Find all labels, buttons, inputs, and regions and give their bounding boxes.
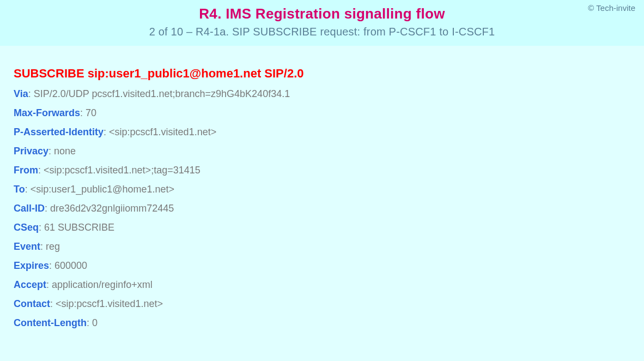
sip-header-separator: :: [38, 165, 44, 176]
page-subtitle: 2 of 10 – R4-1a. SIP SUBSCRIBE request: …: [0, 26, 644, 38]
sip-header-row: P-Asserted-Identity: <sip:pcscf1.visited…: [14, 127, 644, 138]
sip-headers-list: Via: SIP/2.0/UDP pcscf1.visited1.net;bra…: [14, 88, 644, 329]
sip-header-value: <sip:pcscf1.visited1.net>: [56, 298, 163, 309]
sip-header-value: reg: [46, 241, 60, 252]
sip-header-name: Accept: [14, 279, 46, 290]
sip-header-separator: :: [46, 279, 52, 290]
sip-header-row: Call-ID: dre36d2v32gnlgiiomm72445: [14, 203, 644, 214]
sip-header-row: Event: reg: [14, 241, 644, 252]
sip-request-line: SUBSCRIBE sip:user1_public1@home1.net SI…: [14, 67, 644, 81]
sip-header-separator: :: [40, 241, 46, 252]
copyright-label: © Tech-invite: [588, 3, 635, 13]
sip-header-separator: :: [50, 298, 56, 309]
sip-header-separator: :: [49, 260, 54, 271]
sip-header-name: P-Asserted-Identity: [14, 127, 104, 137]
sip-header-name: Expires: [14, 260, 49, 271]
sip-header-row: Max-Forwards: 70: [14, 107, 644, 119]
sip-header-separator: :: [80, 107, 86, 118]
sip-header-value: none: [54, 146, 76, 157]
sip-header-separator: :: [25, 184, 31, 195]
header-band: R4. IMS Registration signalling flow 2 o…: [0, 0, 644, 46]
sip-header-name: Event: [14, 241, 40, 252]
sip-header-name: Contact: [14, 298, 50, 309]
sip-header-value: 61 SUBSCRIBE: [44, 222, 114, 233]
sip-header-separator: :: [39, 222, 44, 233]
sip-header-name: To: [14, 184, 25, 195]
sip-header-value: 70: [86, 107, 96, 118]
sip-header-row: CSeq: 61 SUBSCRIBE: [14, 222, 644, 233]
sip-header-row: Via: SIP/2.0/UDP pcscf1.visited1.net;bra…: [14, 88, 644, 100]
sip-message-content: SUBSCRIBE sip:user1_public1@home1.net SI…: [0, 46, 644, 329]
sip-header-value: 0: [92, 317, 98, 328]
sip-header-value: <sip:user1_public1@home1.net>: [31, 184, 174, 195]
sip-header-name: From: [14, 165, 38, 176]
sip-header-name: Max-Forwards: [14, 107, 80, 118]
sip-header-value: application/reginfo+xml: [52, 279, 153, 290]
sip-header-separator: :: [87, 317, 92, 328]
sip-header-separator: :: [28, 88, 34, 99]
sip-header-name: Content-Length: [14, 317, 87, 328]
sip-header-separator: :: [104, 127, 109, 137]
sip-header-row: Content-Length: 0: [14, 317, 644, 329]
sip-header-row: Accept: application/reginfo+xml: [14, 279, 644, 291]
sip-header-name: Privacy: [14, 146, 48, 157]
sip-header-value: SIP/2.0/UDP pcscf1.visited1.net;branch=z…: [34, 88, 290, 99]
sip-header-name: Via: [14, 88, 28, 99]
sip-header-row: From: <sip:pcscf1.visited1.net>;tag=3141…: [14, 165, 644, 176]
sip-header-value: <sip:pcscf1.visited1.net>: [109, 127, 216, 137]
page-title: R4. IMS Registration signalling flow: [0, 5, 644, 22]
sip-header-name: Call-ID: [14, 203, 45, 214]
sip-header-value: <sip:pcscf1.visited1.net>;tag=31415: [44, 165, 201, 176]
sip-header-row: Contact: <sip:pcscf1.visited1.net>: [14, 298, 644, 310]
sip-header-separator: :: [45, 203, 50, 214]
sip-header-value: dre36d2v32gnlgiiomm72445: [50, 203, 174, 214]
sip-header-separator: :: [48, 146, 54, 157]
sip-header-row: Expires: 600000: [14, 260, 644, 272]
sip-header-value: 600000: [54, 260, 87, 271]
sip-header-name: CSeq: [14, 222, 39, 233]
sip-header-row: To: <sip:user1_public1@home1.net>: [14, 184, 644, 195]
sip-header-row: Privacy: none: [14, 146, 644, 157]
